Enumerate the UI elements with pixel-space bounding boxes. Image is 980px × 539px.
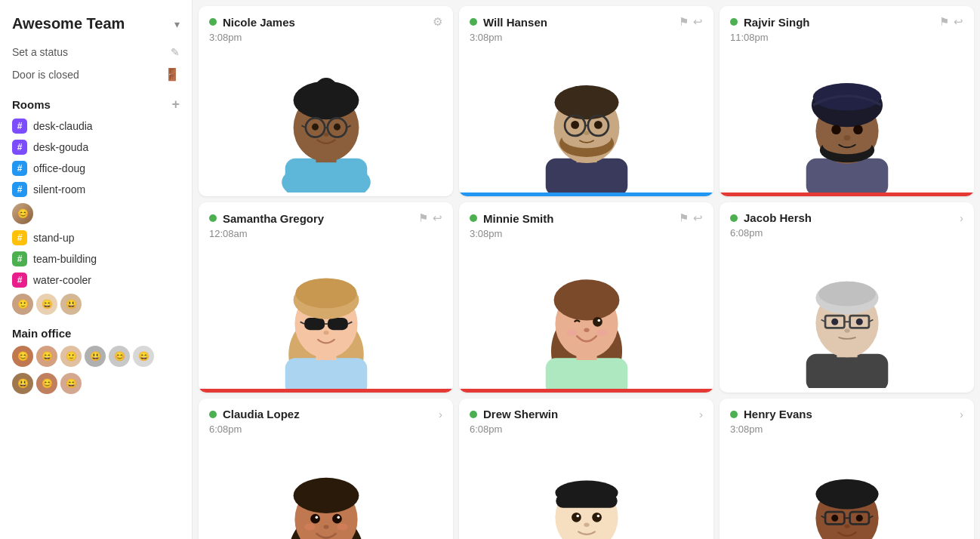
- card-time: 3:08pm: [459, 32, 713, 49]
- room-name: desk-claudia: [33, 120, 93, 132]
- card-header: Claudia Lopez ›: [199, 399, 453, 424]
- svg-point-19: [554, 85, 618, 119]
- chevron-down-icon[interactable]: ▾: [174, 18, 180, 30]
- card-header: Rajvir Singh ⚑ ↩: [720, 6, 974, 32]
- card-samantha-gregory: Samantha Gregory ⚑ ↩ 12:08am: [199, 202, 453, 393]
- flag-icon[interactable]: ⚑: [939, 15, 949, 29]
- person-name: Minnie Smith: [483, 212, 553, 225]
- avatar: 😄: [36, 346, 57, 367]
- room-hash-icon: #: [12, 119, 27, 134]
- card-name-row: Jacob Hersh: [730, 211, 812, 224]
- avatar-figure: [459, 49, 713, 192]
- back-icon[interactable]: ↩: [693, 15, 703, 29]
- avatar-figure: [199, 441, 453, 539]
- status-dot: [730, 214, 738, 222]
- sidebar-item-office-doug[interactable]: # office-doug: [0, 158, 192, 179]
- svg-point-54: [597, 319, 600, 322]
- card-bar: [199, 192, 453, 196]
- sidebar-item-desk-gouda[interactable]: # desk-gouda: [0, 137, 192, 158]
- card-header: Henry Evans ›: [720, 399, 974, 424]
- status-dot: [209, 411, 217, 418]
- avatar-figure: [459, 245, 713, 389]
- card-henry-evans: Henry Evans › 3:08pm: [720, 399, 974, 539]
- sidebar-item-desk-claudia[interactable]: # desk-claudia: [0, 116, 192, 137]
- card-name-row: Nicole James: [209, 16, 295, 29]
- arrow-right-icon[interactable]: ›: [439, 408, 442, 420]
- sidebar-item-water-cooler[interactable]: # water-cooler: [0, 270, 192, 291]
- svg-point-91: [572, 513, 581, 522]
- card-actions: ›: [439, 408, 442, 420]
- svg-point-94: [596, 515, 599, 518]
- card-actions: ⚑ ↩: [679, 15, 703, 29]
- card-drew-sherwin: Drew Sherwin › 6:08pm: [459, 399, 713, 539]
- back-icon[interactable]: ↩: [433, 211, 442, 225]
- svg-point-69: [855, 319, 862, 325]
- person-name: Will Hansen: [483, 16, 547, 29]
- person-name: Rajvir Singh: [744, 16, 810, 29]
- flag-icon[interactable]: ⚑: [679, 15, 689, 29]
- avatar: 😃: [60, 294, 82, 315]
- settings-icon[interactable]: ⚙: [433, 15, 442, 29]
- svg-point-5: [315, 78, 337, 100]
- flag-icon[interactable]: ⚑: [679, 211, 689, 225]
- sidebar-item-silent-room[interactable]: # silent-room: [0, 179, 192, 200]
- svg-point-82: [337, 523, 347, 530]
- main-office-avatars: 😊 😄 🙂 😃 😊 😄: [0, 343, 192, 370]
- card-name-row: Drew Sherwin: [470, 408, 558, 420]
- add-room-button[interactable]: +: [171, 97, 180, 112]
- card-rajvir-singh: Rajvir Singh ⚑ ↩ 11:08pm: [720, 6, 974, 196]
- avatar-figure: [720, 245, 974, 388]
- svg-point-105: [831, 515, 838, 522]
- card-time: 6:08pm: [199, 424, 453, 441]
- card-claudia-lopez: Claudia Lopez › 6:08pm: [199, 399, 453, 539]
- arrow-right-icon[interactable]: ›: [699, 408, 703, 420]
- avatar: 😄: [133, 346, 154, 367]
- svg-point-53: [593, 317, 602, 327]
- set-status-button[interactable]: Set a status ✎: [0, 42, 192, 63]
- arrow-right-icon[interactable]: ›: [960, 408, 963, 420]
- card-actions: ⚑ ↩: [418, 211, 442, 225]
- card-time: 6:08pm: [459, 424, 713, 441]
- card-actions: ›: [960, 211, 963, 224]
- status-dot: [470, 18, 477, 26]
- card-bar: [199, 389, 453, 393]
- card-time: 11:08pm: [720, 32, 974, 49]
- avatar: 😊: [12, 346, 33, 367]
- room-hash-icon: #: [12, 140, 27, 155]
- svg-point-46: [295, 278, 356, 308]
- card-minnie-smith: Minnie Smith ⚑ ↩ 3:08pm: [459, 202, 713, 393]
- svg-point-81: [304, 523, 315, 530]
- svg-point-95: [584, 523, 589, 527]
- svg-point-33: [831, 125, 841, 134]
- room-hash-icon: #: [12, 273, 27, 288]
- card-header: Nicole James ⚙: [199, 6, 453, 32]
- arrow-right-icon[interactable]: ›: [960, 211, 963, 224]
- avatar: 😊: [12, 203, 33, 224]
- svg-point-99: [815, 479, 878, 510]
- back-icon[interactable]: ↩: [693, 211, 703, 225]
- avatar-figure: [720, 49, 974, 192]
- card-header: Samantha Gregory ⚑ ↩: [199, 202, 453, 228]
- avatar-figure: [459, 441, 713, 539]
- person-name: Samantha Gregory: [223, 212, 324, 225]
- back-icon[interactable]: ↩: [954, 15, 963, 29]
- svg-point-12: [333, 124, 340, 131]
- room-name: desk-gouda: [33, 141, 88, 153]
- avatar: 🙂: [60, 346, 82, 367]
- person-name: Drew Sherwin: [483, 408, 558, 420]
- svg-point-92: [592, 513, 602, 522]
- status-dot: [470, 214, 477, 222]
- person-grid: Nicole James ⚙ 3:08pm: [199, 6, 974, 539]
- svg-point-57: [596, 329, 606, 336]
- sidebar-item-team-building[interactable]: # team-building: [0, 248, 192, 270]
- card-actions: ⚑ ↩: [679, 211, 703, 225]
- avatar: 😄: [36, 294, 57, 315]
- room-name: team-building: [33, 253, 97, 265]
- room-name: stand-up: [33, 232, 74, 244]
- card-actions: ›: [699, 408, 703, 420]
- card-actions: ⚑ ↩: [939, 15, 963, 29]
- sidebar-item-stand-up[interactable]: # stand-up: [0, 227, 192, 248]
- avatar: 😃: [12, 373, 33, 394]
- door-icon: 🚪: [165, 67, 180, 82]
- flag-icon[interactable]: ⚑: [418, 211, 428, 225]
